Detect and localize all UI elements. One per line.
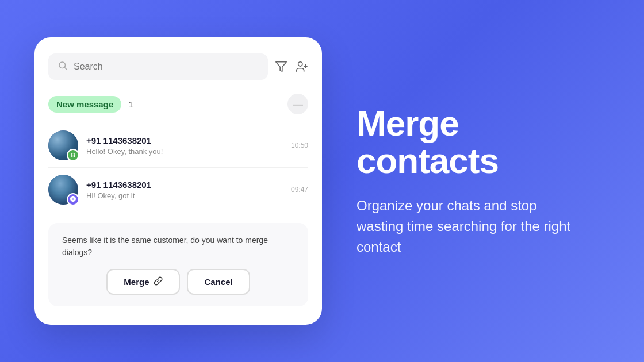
svg-marker-2 xyxy=(276,62,286,72)
new-message-count: 1 xyxy=(128,99,133,109)
chat-item[interactable]: +91 1143638201 Hi! Okey, got it 09:47 xyxy=(48,168,308,211)
chat-item[interactable]: B +91 1143638201 Hello! Okey, thank you!… xyxy=(48,124,308,168)
new-message-badge: New message xyxy=(48,96,121,113)
search-input[interactable] xyxy=(74,61,259,72)
collapse-button[interactable]: — xyxy=(288,94,308,114)
merge-dialog: Seems like it is the same customer, do y… xyxy=(48,223,308,306)
search-input-wrapper[interactable] xyxy=(48,53,268,80)
chat-time: 10:50 xyxy=(291,141,308,149)
add-contact-icon[interactable] xyxy=(296,60,308,73)
filter-icon[interactable] xyxy=(275,60,288,73)
subtext: Organize your chats and stop wasting tim… xyxy=(356,195,575,257)
section-left: New message 1 xyxy=(48,96,133,113)
merge-actions: Merge Cancel xyxy=(62,269,294,295)
svg-line-1 xyxy=(64,67,67,70)
section-header: New message 1 — xyxy=(48,94,308,114)
chat-name: +91 1143638201 xyxy=(86,136,283,145)
avatar-wrapper xyxy=(48,175,78,205)
chat-time: 09:47 xyxy=(291,186,308,194)
app-badge-viber xyxy=(67,193,79,206)
link-icon xyxy=(154,276,163,287)
cancel-label: Cancel xyxy=(204,277,232,287)
chat-info: +91 1143638201 Hi! Okey, got it xyxy=(86,180,283,200)
main-container: New message 1 — B +91 1143638201 Hello! xyxy=(0,0,644,362)
app-badge-b: B xyxy=(67,149,79,161)
merge-label: Merge xyxy=(124,277,149,287)
headline-line2: contacts xyxy=(356,142,610,179)
merge-button[interactable]: Merge xyxy=(106,269,180,295)
chat-preview: Hello! Okey, thank you! xyxy=(86,147,283,156)
minus-icon: — xyxy=(293,98,303,110)
phone-panel: New message 1 — B +91 1143638201 Hello! xyxy=(34,37,322,325)
avatar-wrapper: B xyxy=(48,130,78,160)
cancel-button[interactable]: Cancel xyxy=(187,269,250,295)
svg-point-3 xyxy=(298,62,302,66)
search-bar xyxy=(48,53,308,80)
viber-icon xyxy=(70,195,76,203)
merge-question: Seems like it is the same customer, do y… xyxy=(62,234,294,259)
header-icons xyxy=(275,60,308,73)
chat-name: +91 1143638201 xyxy=(86,180,283,190)
search-icon xyxy=(57,60,68,73)
text-panel: Merge contacts Organize your chats and s… xyxy=(356,105,610,257)
headline: Merge contacts xyxy=(356,105,610,179)
headline-line1: Merge xyxy=(356,105,610,142)
chat-info: +91 1143638201 Hello! Okey, thank you! xyxy=(86,136,283,156)
chat-list: B +91 1143638201 Hello! Okey, thank you!… xyxy=(48,124,308,211)
chat-preview: Hi! Okey, got it xyxy=(86,191,283,200)
